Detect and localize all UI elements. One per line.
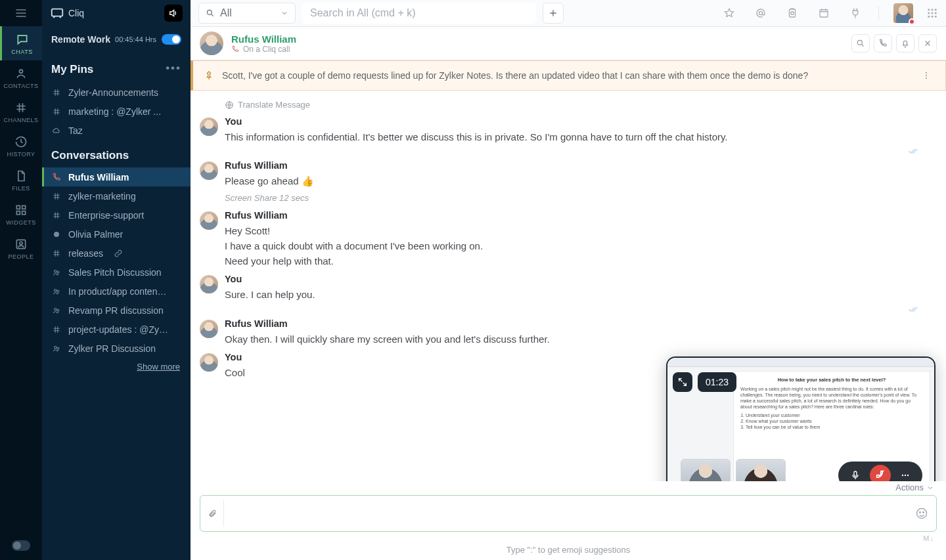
participant-thumb-2[interactable] [736, 459, 786, 481]
conv-notify-button[interactable] [896, 34, 914, 53]
mic-button[interactable] [845, 465, 866, 481]
read-receipt-icon [908, 305, 920, 313]
presence-icon [51, 229, 62, 240]
people-icon [14, 238, 28, 251]
clipboard-icon [786, 7, 798, 19]
my-pins-menu[interactable]: ••• [166, 62, 181, 77]
message-text: Sure. I can help you. [225, 287, 920, 302]
conversation-item[interactable]: Zylker PR Discussion [42, 339, 191, 358]
message-sender: Rufus William [225, 210, 920, 221]
rail-files[interactable]: FILES [0, 163, 42, 197]
attach-button[interactable] [208, 500, 224, 527]
hash-icon [51, 324, 62, 335]
emoji-button[interactable] [915, 507, 928, 520]
search-icon [206, 9, 215, 18]
svg-point-26 [935, 12, 937, 14]
translate-row[interactable]: Translate Message [191, 96, 946, 114]
conversation-label: releases [68, 248, 103, 259]
conversation-item[interactable]: releases [42, 244, 191, 263]
message-sender: You [225, 116, 920, 127]
calendar-button[interactable] [817, 6, 831, 20]
profile-avatar[interactable] [893, 3, 913, 23]
rail-people[interactable]: PEOPLE [0, 231, 42, 265]
hamburger-menu[interactable] [0, 0, 42, 26]
star-button[interactable] [722, 6, 736, 20]
conversation-item[interactable]: Enterprise-support [42, 205, 191, 225]
call-more-button[interactable] [895, 465, 916, 481]
rail-label: PEOPLE [8, 253, 34, 260]
conv-close-button[interactable] [918, 34, 937, 53]
conversation-item[interactable]: Olivia Palmer [42, 225, 191, 244]
conversation-item[interactable]: Revamp PR discussion [42, 301, 191, 320]
call-window[interactable]: 01:23 How to take your sales pitch to th… [666, 356, 935, 481]
pin-item[interactable]: marketing : @Zylker ... [42, 102, 191, 121]
svg-rect-4 [22, 211, 26, 215]
markdown-indicator[interactable]: M↓ [191, 534, 946, 545]
conversation-item[interactable]: zylker-marketing [42, 186, 191, 205]
contact-name[interactable]: Rufus William [231, 33, 296, 45]
pin-item[interactable]: Taz [42, 121, 191, 140]
rail-chats[interactable]: CHATS [0, 26, 42, 60]
cloud-icon [51, 125, 62, 136]
message-sender: Rufus William [225, 160, 920, 171]
theme-toggle[interactable] [12, 540, 30, 551]
doc-body: Working on a sales pitch might not be th… [740, 386, 923, 410]
mentions-button[interactable] [754, 6, 768, 20]
svg-point-21 [928, 9, 930, 11]
call-controls [838, 462, 922, 481]
rail-widgets[interactable]: WIDGETS [0, 197, 42, 231]
show-more-link[interactable]: Show more [42, 358, 191, 372]
kebab-icon [922, 71, 931, 80]
new-button[interactable] [543, 3, 564, 24]
participant-thumb-1[interactable] [681, 459, 731, 481]
pin-item[interactable]: Zyler-Announcements [42, 83, 191, 102]
conversation-item[interactable]: Sales Pitch Discussion [42, 263, 191, 282]
message-list[interactable]: Translate Message YouThis information is… [191, 91, 946, 481]
hangup-button[interactable] [870, 465, 891, 481]
calendar-icon [818, 7, 830, 19]
actions-dropdown[interactable]: Actions [191, 481, 946, 495]
rail-history[interactable]: HISTORY [0, 129, 42, 163]
message-text: I have a quick doubt with a document I'v… [225, 238, 920, 253]
rail-contacts[interactable]: CONTACTS [0, 60, 42, 95]
close-icon [923, 39, 932, 48]
read-receipt-icon [908, 147, 920, 155]
integrations-button[interactable] [848, 6, 863, 20]
remote-work-toggle[interactable] [162, 34, 181, 45]
pin-label: Taz [68, 125, 83, 136]
app-switcher-icon[interactable] [926, 7, 938, 19]
conversation-item[interactable]: project-updates : @Zy… [42, 320, 191, 339]
expand-call-button[interactable] [673, 372, 692, 392]
mic-icon [850, 470, 861, 481]
svg-point-11 [57, 290, 59, 291]
message-input[interactable] [231, 496, 909, 531]
sidebar: Cliq Remote Work 00:45:44 Hrs My Pins ••… [42, 0, 191, 560]
conv-call-button[interactable] [874, 34, 892, 53]
conv-search-button[interactable] [851, 34, 870, 53]
status-text: On a Cliq call [243, 45, 290, 54]
at-icon [755, 7, 767, 19]
message-text: This information is confidential. It's b… [225, 129, 920, 144]
contact-avatar[interactable] [200, 32, 223, 55]
pin-icon [204, 70, 214, 81]
search-input[interactable]: Search in All (cmd + k) [302, 3, 536, 24]
conversations-header: Conversations [42, 140, 191, 167]
message: Rufus WilliamHey Scott!I have a quick do… [191, 207, 946, 272]
conversation-item[interactable]: In product/app conten… [42, 282, 191, 301]
svg-rect-2 [22, 205, 26, 209]
conversations-list: Rufus Williamzylker-marketingEnterprise-… [42, 167, 191, 358]
doc-title: How to take your sales pitch to the next… [740, 377, 923, 383]
scope-label: All [220, 7, 232, 19]
conversation-item[interactable]: Rufus William [42, 167, 191, 186]
group-icon [51, 343, 62, 354]
plug-icon [849, 7, 861, 19]
my-pins-header: My Pins ••• [42, 53, 191, 83]
pinned-banner: Scott, I've got a couple of demo request… [191, 60, 946, 91]
mute-button[interactable] [164, 5, 183, 22]
reminders-button[interactable] [785, 6, 800, 20]
doc-list-item: Understand your customer [746, 412, 923, 418]
search-scope-dropdown[interactable]: All [198, 3, 296, 24]
banner-menu[interactable] [918, 67, 935, 84]
rail-channels[interactable]: CHANNELS [0, 95, 42, 129]
svg-point-33 [926, 77, 927, 79]
